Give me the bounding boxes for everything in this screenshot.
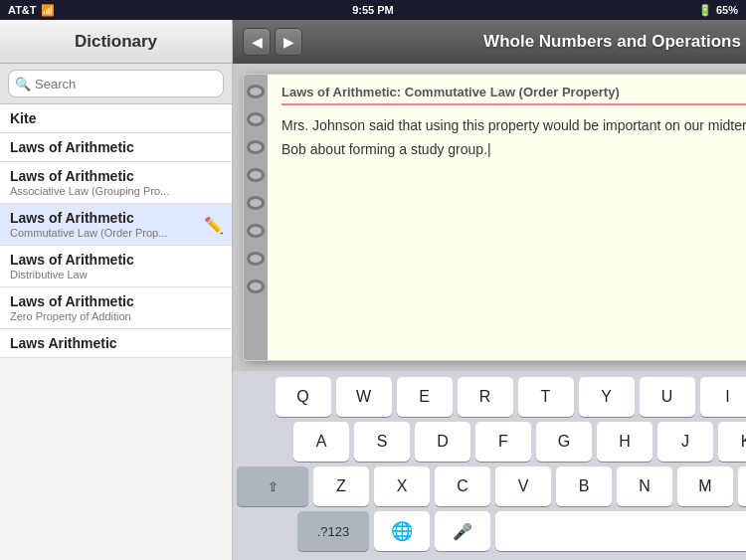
key-s[interactable]: S xyxy=(354,422,410,462)
key-i[interactable]: I xyxy=(700,377,747,417)
key-a[interactable]: A xyxy=(293,422,349,462)
sidebar-item-laws-1-title: Laws of Arithmetic xyxy=(10,139,222,155)
search-icon: 🔍 xyxy=(15,77,31,92)
key-globe[interactable]: 🌐 xyxy=(374,511,430,551)
key-k[interactable]: K xyxy=(718,422,746,462)
sidebar-item-laws-5[interactable]: Laws of Arithmetic Zero Property of Addi… xyxy=(0,287,232,329)
status-left: AT&T 📶 xyxy=(8,4,55,17)
sidebar-item-laws-2[interactable]: Laws of Arithmetic Associative Law (Grou… xyxy=(0,162,232,204)
content-title: Whole Numbers and Operations xyxy=(483,32,741,52)
key-mic[interactable]: 🎤 xyxy=(435,511,490,551)
status-time: 9:55 PM xyxy=(352,4,394,16)
key-w[interactable]: W xyxy=(336,377,392,417)
key-j[interactable]: J xyxy=(657,422,713,462)
spiral-ring xyxy=(247,196,265,210)
notebook: 📎 🗑 ✕ Laws of xyxy=(243,74,746,361)
sidebar-item-kite[interactable]: Kite xyxy=(0,104,232,133)
sidebar-item-laws-6-title: Laws Arithmetic xyxy=(10,335,222,351)
key-num-left[interactable]: .?123 xyxy=(297,511,369,551)
sidebar-item-laws-4-subtitle: Distributive Law xyxy=(10,269,222,280)
carrier-label: AT&T xyxy=(8,4,37,16)
key-d[interactable]: D xyxy=(415,422,470,462)
key-q[interactable]: Q xyxy=(276,377,331,417)
sidebar-item-kite-title: Kite xyxy=(10,110,222,126)
key-z[interactable]: Z xyxy=(313,467,369,506)
keyboard-row-3: ⇧ Z X C V B N M ! ? . ⇧ xyxy=(237,467,746,506)
notebook-content: Laws of Arithmetic: Commutative Law (Ord… xyxy=(268,75,746,360)
edit-icon[interactable]: ✏️ xyxy=(204,215,224,234)
note-title: Laws of Arithmetic: Commutative Law (Ord… xyxy=(281,85,746,105)
key-v[interactable]: V xyxy=(495,467,551,506)
key-m[interactable]: M xyxy=(677,467,733,506)
content-area: ◀ ▶ Whole Numbers and Operations 💡 ⬆️ 📎 … xyxy=(233,20,746,560)
wifi-icon: 📶 xyxy=(41,4,55,17)
keyboard-row-1: Q W E R T Y U I O P ⌫ xyxy=(237,377,746,417)
forward-button[interactable]: ▶ xyxy=(275,28,302,56)
key-t[interactable]: T xyxy=(518,377,574,417)
sidebar-item-laws-5-subtitle: Zero Property of Addition xyxy=(10,310,222,322)
status-right: 🔋 65% xyxy=(698,4,738,17)
key-h[interactable]: H xyxy=(597,422,653,462)
nav-buttons: ◀ ▶ xyxy=(243,28,302,56)
spiral-ring xyxy=(247,112,265,126)
key-n[interactable]: N xyxy=(617,467,672,506)
battery-pct: 65% xyxy=(716,4,738,16)
sidebar-list: Kite Laws of Arithmetic Laws of Arithmet… xyxy=(0,104,232,560)
sidebar-item-laws-4[interactable]: Laws of Arithmetic Distributive Law xyxy=(0,246,232,287)
sidebar-item-laws-6[interactable]: Laws Arithmetic xyxy=(0,329,232,358)
key-x[interactable]: X xyxy=(374,467,430,506)
sidebar-item-laws-2-title: Laws of Arithmetic xyxy=(10,168,222,184)
keyboard-row-4: .?123 🌐 🎤 .?123 ⌨ xyxy=(237,511,746,551)
sidebar-item-laws-2-subtitle: Associative Law (Grouping Pro... xyxy=(10,185,222,197)
key-c[interactable]: C xyxy=(435,467,490,506)
key-b[interactable]: B xyxy=(556,467,612,506)
spiral-ring xyxy=(247,280,265,293)
spiral-binding xyxy=(244,75,268,360)
main-layout: Dictionary 🔍 Kite Laws of Arithmetic Law… xyxy=(0,20,746,560)
sidebar-header: Dictionary xyxy=(0,20,232,64)
back-button[interactable]: ◀ xyxy=(243,28,271,56)
notebook-wrapper: 📎 🗑 ✕ Laws of xyxy=(233,64,746,371)
search-bar: 🔍 xyxy=(0,64,232,104)
content-header: ◀ ▶ Whole Numbers and Operations 💡 ⬆️ xyxy=(233,20,746,64)
sidebar-item-laws-3-title: Laws of Arithmetic xyxy=(10,210,222,226)
key-f[interactable]: F xyxy=(475,422,531,462)
sidebar-item-laws-4-title: Laws of Arithmetic xyxy=(10,252,222,268)
sidebar: Dictionary 🔍 Kite Laws of Arithmetic Law… xyxy=(0,20,233,560)
key-r[interactable]: R xyxy=(458,377,513,417)
key-g[interactable]: G xyxy=(536,422,592,462)
spiral-ring xyxy=(247,140,265,154)
key-e[interactable]: E xyxy=(397,377,453,417)
status-bar: AT&T 📶 9:55 PM 🔋 65% xyxy=(0,0,746,20)
battery-icon: 🔋 xyxy=(698,4,712,17)
key-shift[interactable]: ⇧ xyxy=(237,467,308,506)
keyboard: Q W E R T Y U I O P ⌫ A S D F G H J xyxy=(233,371,746,560)
sidebar-item-laws-5-title: Laws of Arithmetic xyxy=(10,293,222,309)
key-space[interactable] xyxy=(495,511,746,551)
key-exclaim[interactable]: ! xyxy=(738,467,746,506)
key-u[interactable]: U xyxy=(640,377,695,417)
note-body[interactable]: Mrs. Johnson said that using this proper… xyxy=(281,113,746,161)
search-input[interactable] xyxy=(8,70,224,97)
spiral-ring xyxy=(247,224,265,238)
sidebar-item-laws-3-subtitle: Commutative Law (Order Prop... xyxy=(10,227,222,239)
keyboard-row-2: A S D F G H J K L return xyxy=(237,422,746,462)
key-y[interactable]: Y xyxy=(579,377,635,417)
spiral-ring xyxy=(247,168,265,182)
sidebar-item-laws-1[interactable]: Laws of Arithmetic xyxy=(0,133,232,162)
sidebar-title: Dictionary xyxy=(75,32,157,52)
spiral-ring xyxy=(247,85,265,98)
spiral-ring xyxy=(247,252,265,266)
sidebar-item-laws-3[interactable]: Laws of Arithmetic Commutative Law (Orde… xyxy=(0,204,232,246)
